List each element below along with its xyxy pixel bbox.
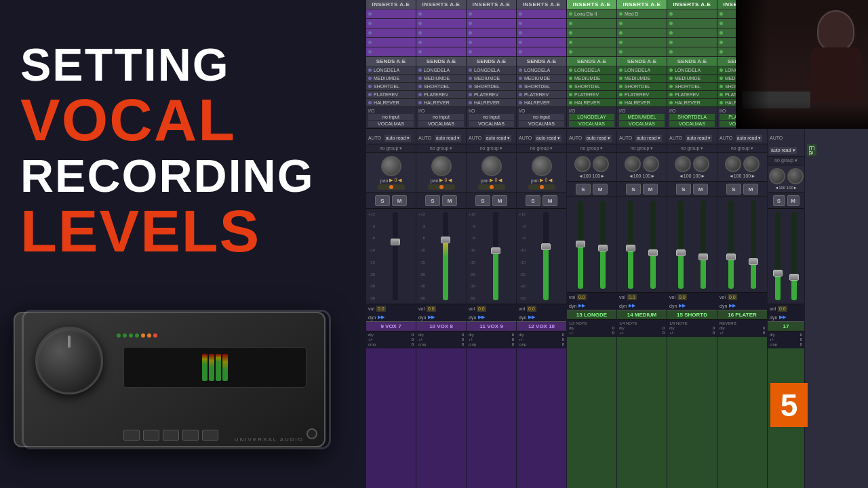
insert-slot-3[interactable] <box>366 28 416 38</box>
channel-name-longde: 13 LONGDE <box>567 310 616 319</box>
channel-name-plater: 16 PLATER <box>717 310 767 319</box>
led-5 <box>141 333 145 338</box>
mute-longde[interactable]: M <box>593 184 608 195</box>
led-4 <box>135 333 139 338</box>
pan-vox8: pan▶ 0 ◀ <box>416 153 466 193</box>
io-vox8: I/O no input VOCALMAS <box>416 107 466 129</box>
insert-dot <box>368 50 372 54</box>
insert-dot <box>368 12 372 16</box>
pan-bar <box>378 184 405 190</box>
led-7 <box>153 333 157 338</box>
channel-strip-vox9: INSERTS A-E SENDS A-E LONGDELA MEDIUMDE … <box>467 0 517 488</box>
number-badge-5: 5 <box>770 383 808 427</box>
send-dot <box>368 93 372 96</box>
mute-btn-vox7[interactable]: M <box>392 195 407 206</box>
insert-dot <box>368 31 372 35</box>
channel-name-medium: 14 MEDIUM <box>617 310 667 319</box>
sends-header-vox7: SENDS A-E <box>366 57 416 66</box>
title-block: SETTING VOCAL RECORDING LEVELS <box>20 41 315 263</box>
fader-vox8: +12-3-6-10-15-20-30-50 <box>416 209 466 304</box>
dyn-row-vox7: dyn ▶▶ <box>366 313 416 321</box>
io-section-vox7: I/O no input VOCALMAS <box>366 107 416 129</box>
send-mediumde[interactable]: MEDIUMDE <box>366 75 416 83</box>
channel-strip-longde: INSERTS A-E Long Dly II SENDS A-E LONGDE… <box>567 0 617 488</box>
solo-vox10[interactable]: S <box>526 195 540 206</box>
pan-knob-vox7[interactable] <box>381 156 401 176</box>
send-dot <box>368 68 372 72</box>
channel-strip-medium: INSERTS A-E Med D SENDS A-E LONGDELA MED… <box>617 0 667 488</box>
send-platerev[interactable]: PLATEREV <box>366 91 416 99</box>
send-dot <box>368 101 372 104</box>
insert-slot-4[interactable] <box>366 38 416 47</box>
pan-knob-vox8[interactable] <box>431 156 452 176</box>
pan-area-vox7: pan ▶ 0 ◀ <box>366 153 416 193</box>
sm-row-vox7: S M <box>366 193 416 209</box>
fader-cap-vox7[interactable] <box>391 239 400 245</box>
led-3 <box>129 333 133 338</box>
led-6 <box>147 333 151 338</box>
channel-name-shortd: 15 SHORTD <box>667 310 717 319</box>
send-dot <box>368 85 372 88</box>
inserts-header-vox7: INSERTS A-E <box>366 0 416 9</box>
title-line1: SETTING <box>20 41 315 89</box>
title-line3: RECORDING <box>20 152 315 200</box>
person-image-area <box>736 0 868 129</box>
apollo-main-knob <box>35 327 103 394</box>
channel-strip-vox10: INSERTS A-E SENDS A-E LONGDELA MEDIUMDE … <box>517 0 567 488</box>
fader-area-vox7: +12 -3 -6 -10 -15 -20 -30 -50 <box>366 209 416 304</box>
solo-longde[interactable]: S <box>576 184 591 195</box>
channel-name-17: 17 <box>768 321 804 331</box>
bottom-vox7: dly0 +/-0 cmp0 <box>366 331 416 348</box>
channel-strip-shortd: INSERTS A-E SENDS A-E LONGDELA MEDIUMDE … <box>667 0 717 488</box>
pan-center <box>389 185 393 189</box>
solo-vox9[interactable]: S <box>475 195 490 206</box>
channel-name-vox9: 11 VOX 9 <box>467 321 516 331</box>
channel-name-vox8: 10 VOX 8 <box>416 321 466 331</box>
group-vox7[interactable]: no group ▾ <box>366 144 416 153</box>
insert-dot <box>368 41 372 44</box>
apollo-body: UNIVERSAL AUDIO <box>14 312 326 447</box>
channel-strip-vox7: INSERTS A-E SENDS A-E LONGDELA MEDIUMDE … <box>366 0 416 488</box>
auto-section-vox7: AUTO auto read ▾ <box>366 129 416 144</box>
mute-vox9[interactable]: M <box>492 195 507 206</box>
apollo-device: UNIVERSAL AUDIO <box>0 271 353 447</box>
insert-slot-5[interactable] <box>366 47 416 57</box>
pan-knob-longde-r[interactable] <box>593 156 609 172</box>
insert-dot <box>368 22 372 25</box>
send-shortdel[interactable]: SHORTDEL <box>366 83 416 91</box>
mute-vox10[interactable]: M <box>542 195 557 206</box>
insert-slot-1[interactable] <box>366 9 416 19</box>
mute-vox8[interactable]: M <box>442 195 457 206</box>
send-longdela[interactable]: LONGDELA <box>366 66 416 75</box>
fader-rail-vox7[interactable] <box>393 212 398 300</box>
channel-strip-vox8: INSERTS A-E SENDS A-E LONGDELA MEDIUMDE … <box>416 0 467 488</box>
title-line4: LEVELS <box>20 200 315 262</box>
apollo-leds <box>117 333 157 338</box>
led-2 <box>123 333 127 338</box>
channel-name-vox7: 9 VOX 7 <box>366 321 416 331</box>
fader-meter-vox7 <box>393 243 398 301</box>
group-vox8[interactable]: no group ▾ <box>416 144 466 153</box>
title-line2: VOCAL <box>20 89 315 151</box>
send-halrever[interactable]: HALREVER <box>366 99 416 107</box>
fader-vox7[interactable] <box>376 212 414 300</box>
inserts-header-vox8: INSERTS A-E <box>416 0 466 9</box>
led-1 <box>117 333 121 338</box>
pan-knob-longde-l[interactable] <box>574 156 591 172</box>
insert-slot-2[interactable] <box>366 19 416 28</box>
channel-name-vox10: 12 VOX 10 <box>517 321 566 331</box>
solo-btn-vox7[interactable]: S <box>375 195 390 206</box>
right-edge-ea: Ea <box>807 144 816 156</box>
apollo-brand-label: UNIVERSAL AUDIO <box>235 436 304 443</box>
vol-row-vox7: vol 0.0 <box>366 304 416 313</box>
solo-vox8[interactable]: S <box>425 195 440 206</box>
send-dot <box>368 77 372 80</box>
sends-header-vox8: SENDS A-E <box>416 57 466 66</box>
fader-scale: +12 -3 -6 -10 -15 -20 -30 -50 <box>368 212 376 300</box>
